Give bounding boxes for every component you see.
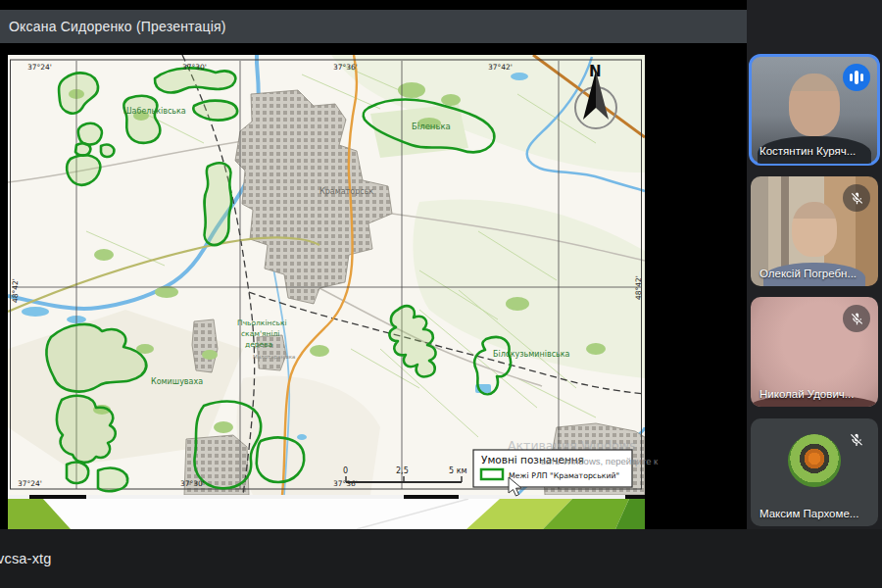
slide-footer-graphic (8, 499, 645, 529)
svg-text:48°42': 48°42' (634, 275, 643, 300)
participant-tile-3[interactable]: Николай Удович... (751, 297, 878, 407)
label-pcholkinski-2: скам'янілі (241, 329, 279, 338)
label-pcholkinski-1: Пчьолкінські (237, 318, 287, 327)
presentation-map: Шабельківська Біленька Краматорськ Пчьол… (8, 55, 645, 495)
label-bilokuzmynivska: Білокузьминівська (493, 350, 570, 359)
participant-1-video (789, 74, 840, 136)
legend-swatch (481, 469, 503, 479)
participant-name: Максим Пархоме... (760, 508, 858, 519)
svg-text:37°30': 37°30' (180, 479, 205, 488)
meeting-code: vcsa-xtg (0, 529, 52, 588)
legend-item: Межі РЛП "Краматорський" (509, 471, 619, 480)
scale-mid: 2,5 (396, 466, 409, 475)
label-pcholkinski-3: дерева (245, 340, 272, 349)
speaking-indicator-icon (843, 64, 870, 91)
presenter-title: Оксана Сидоренко (Презентація) (9, 19, 226, 34)
participant-avatar (788, 434, 841, 487)
mic-off-icon (843, 305, 870, 332)
label-bilenka: Біленька (412, 122, 451, 131)
participants-sidebar: Костянтин Куряч... Олексій Погребн... Ни… (747, 0, 882, 529)
mic-off-icon (843, 184, 870, 212)
label-kramatorsk: Краматорськ (319, 187, 373, 196)
svg-text:37°42': 37°42' (488, 63, 513, 72)
svg-text:37°36': 37°36' (333, 63, 358, 72)
svg-text:48°42': 48°42' (11, 278, 20, 303)
topographic-map: Шабельківська Біленька Краматорськ Пчьол… (8, 55, 645, 495)
svg-text:37°30': 37°30' (182, 63, 207, 72)
participant-tile-2[interactable]: Олексій Погребн... (751, 176, 878, 286)
participant-name: Николай Удович... (760, 388, 854, 400)
participant-2-video (792, 202, 837, 257)
presenter-bar: Оксана Сидоренко (Презентація) (0, 10, 747, 43)
label-komyshuvakha: Комишуваха (151, 377, 203, 386)
call-control-bar: vcsa-xtg (0, 529, 882, 588)
participant-name: Олексій Погребн... (760, 268, 857, 279)
participant-tile-1[interactable]: Костянтин Куряч... (751, 56, 878, 164)
mouse-cursor (508, 476, 523, 498)
scale-zero: 0 (343, 466, 348, 475)
svg-text:37°24': 37°24' (18, 479, 42, 488)
windows-watermark-line2: вать Windows, перейдите к (541, 456, 658, 466)
label-shabelkivska: Шабельківська (123, 107, 186, 116)
scale-end: 5 км (449, 466, 467, 475)
meet-window: Оксана Сидоренко (Презентація) (0, 0, 882, 588)
shared-screen: Оксана Сидоренко (Презентація) (0, 0, 747, 529)
svg-text:37°24': 37°24' (27, 63, 52, 72)
mic-off-icon (843, 426, 870, 454)
participant-tile-4[interactable]: Максим Пархоме... (751, 418, 878, 526)
participant-name: Костянтин Куряч... (760, 145, 856, 157)
label-malotaranivka: Малотаранівка (253, 354, 296, 361)
